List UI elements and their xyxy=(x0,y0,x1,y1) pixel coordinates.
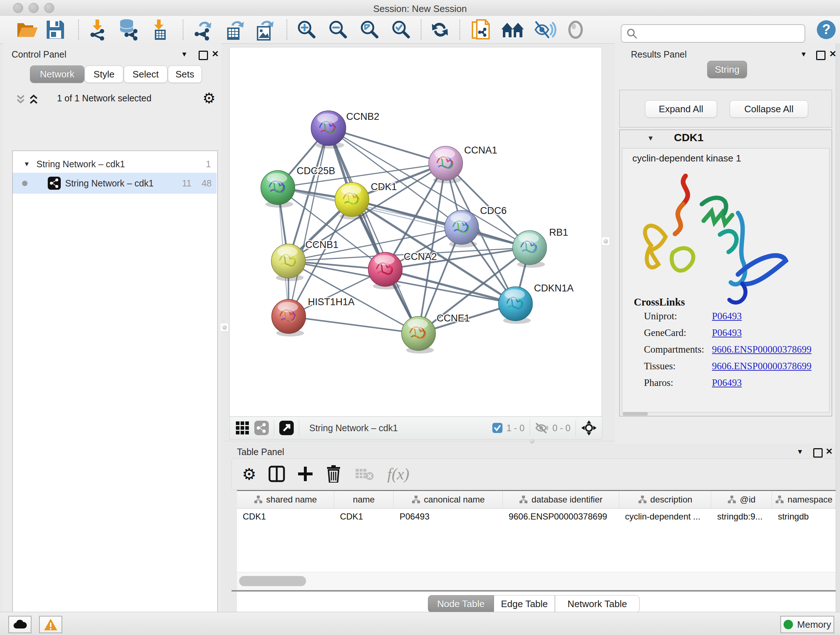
table-options-gear-icon[interactable]: ⚙ xyxy=(242,465,256,483)
float-panel-icon[interactable] xyxy=(813,448,823,458)
search-input[interactable] xyxy=(640,26,805,41)
open-session-icon[interactable] xyxy=(16,18,38,41)
column-header[interactable]: database identifier xyxy=(503,491,619,508)
cell-id[interactable]: stringdb:9... xyxy=(711,509,772,524)
cell-shared-name[interactable]: CDK1 xyxy=(237,509,334,524)
close-panel-icon[interactable]: ✕ xyxy=(826,447,833,456)
column-header[interactable]: description xyxy=(619,491,712,508)
control-panel-title: Control Panel xyxy=(11,49,66,60)
collapse-all-button[interactable]: Collapse All xyxy=(729,100,808,118)
cell-namespace[interactable]: stringdb xyxy=(772,509,836,524)
tab-sets[interactable]: Sets xyxy=(168,65,202,83)
node-CCNB2[interactable]: CCNB2 xyxy=(311,111,379,149)
export-table-icon[interactable] xyxy=(223,18,245,41)
save-session-icon[interactable] xyxy=(46,18,65,41)
network-thumbnail-icon[interactable] xyxy=(254,421,269,435)
table-hscrollbar-thumb[interactable] xyxy=(239,576,306,586)
apply-function-icon[interactable]: f(x) xyxy=(387,465,409,483)
expand-all-icon[interactable] xyxy=(29,94,38,105)
selected-nodes-checkbox-icon[interactable] xyxy=(492,423,503,433)
close-panel-icon[interactable]: ✕ xyxy=(212,50,219,58)
zoom-in-icon[interactable] xyxy=(296,18,317,41)
import-network-database-icon[interactable] xyxy=(117,18,140,41)
node-CDKN1A[interactable]: CDKN1A xyxy=(499,283,574,324)
hidden-nodes-eye-icon[interactable] xyxy=(535,423,549,433)
cloud-status-button[interactable] xyxy=(8,616,32,633)
add-column-icon[interactable] xyxy=(297,466,313,482)
results-hscrollbar-thumb[interactable] xyxy=(622,412,648,416)
compartments-link[interactable]: 9606.ENSP00000378699 xyxy=(712,344,812,355)
column-header[interactable]: canonical name xyxy=(393,491,503,508)
left-splitter-handle[interactable] xyxy=(220,323,229,332)
panel-menu-icon[interactable]: ▼ xyxy=(797,448,804,455)
export-network-icon[interactable] xyxy=(193,18,214,41)
search-bar[interactable] xyxy=(621,24,805,43)
column-header[interactable]: namespace xyxy=(772,491,836,508)
export-image-icon[interactable] xyxy=(253,18,275,41)
float-panel-icon[interactable] xyxy=(816,51,826,60)
node-CCNA1[interactable]: CCNA1 xyxy=(429,145,497,183)
node-CDC6[interactable]: CDC6 xyxy=(445,205,507,247)
cell-name[interactable]: CDK1 xyxy=(334,509,394,524)
node-CDC25B[interactable]: CDC25B xyxy=(261,165,335,207)
tab-select[interactable]: Select xyxy=(124,65,167,83)
tab-string[interactable]: String xyxy=(707,61,747,78)
import-table-icon[interactable] xyxy=(149,18,170,41)
uniprot-link[interactable]: P06493 xyxy=(712,310,742,322)
zoom-selected-icon[interactable] xyxy=(390,18,412,41)
right-splitter-handle[interactable] xyxy=(601,237,610,245)
pharos-link[interactable]: P06493 xyxy=(712,377,742,388)
tab-edge-table[interactable]: Edge Table xyxy=(494,595,555,613)
column-header[interactable]: shared name xyxy=(237,491,334,508)
delete-column-icon[interactable] xyxy=(326,465,341,483)
network-canvas[interactable]: CCNB2CCNA1CDC25BCDK1CDC6RB1CCNB1CCNA2CDK… xyxy=(229,47,602,417)
refresh-icon[interactable] xyxy=(430,18,450,41)
expand-all-button[interactable]: Expand All xyxy=(645,100,717,118)
column-type-icon xyxy=(775,495,784,504)
gene-detail-box: cyclin-dependent kinase 1 xyxy=(622,148,829,412)
show-graphics-details-icon[interactable] xyxy=(534,18,556,41)
node-HIST1H1A[interactable]: HIST1H1A xyxy=(272,296,355,336)
collection-expander-icon[interactable]: ▼ xyxy=(24,160,30,168)
detach-view-icon[interactable] xyxy=(279,421,294,435)
network-row-selected[interactable]: String Network – cdk1 11 48 xyxy=(13,173,217,194)
panel-menu-icon[interactable]: ▼ xyxy=(181,51,188,57)
gene-expander-icon[interactable]: ▼ xyxy=(647,134,654,142)
node-label-CCNB2: CCNB2 xyxy=(346,111,379,122)
help-icon[interactable]: ? xyxy=(816,18,837,41)
birdseye-view-icon[interactable] xyxy=(581,420,597,436)
column-header[interactable]: name xyxy=(334,491,394,508)
tab-network-table[interactable]: Network Table xyxy=(555,595,639,613)
tab-style[interactable]: Style xyxy=(85,65,123,83)
show-columns-icon[interactable] xyxy=(268,466,285,482)
table-row[interactable]: CDK1 CDK1 P06493 9606.ENSP00000378699 cy… xyxy=(237,509,836,524)
tissues-link[interactable]: 9606.ENSP00000378699 xyxy=(712,361,812,372)
cell-description[interactable]: cyclin-dependent ... xyxy=(619,509,712,524)
column-header[interactable]: @id xyxy=(711,491,772,508)
status-bar: Memory xyxy=(0,612,840,635)
panel-menu-icon[interactable]: ▼ xyxy=(800,51,807,57)
node-CCNE1[interactable]: CCNE1 xyxy=(401,313,470,353)
collapse-all-icon[interactable] xyxy=(16,94,25,105)
birdseye-eye-icon[interactable] xyxy=(565,18,586,41)
warning-status-button[interactable] xyxy=(39,616,62,633)
grid-view-icon[interactable] xyxy=(235,421,249,435)
import-network-file-icon[interactable] xyxy=(88,18,109,41)
home-icon[interactable] xyxy=(501,18,524,41)
tab-network[interactable]: Network xyxy=(30,65,84,83)
genecard-link[interactable]: P06493 xyxy=(712,327,742,339)
cell-database-identifier[interactable]: 9606.ENSP00000378699 xyxy=(503,509,619,524)
memory-button[interactable]: Memory xyxy=(780,616,834,633)
node-RB1[interactable]: RB1 xyxy=(513,227,568,268)
table-hscrollbar[interactable] xyxy=(237,572,836,591)
copy-style-icon[interactable] xyxy=(470,18,492,41)
network-options-gear-icon[interactable]: ⚙ xyxy=(202,90,216,106)
toolbar-separator xyxy=(459,19,460,40)
network-collection-row[interactable]: ▼ String Network – cdk1 1 xyxy=(13,155,217,173)
cell-canonical-name[interactable]: P06493 xyxy=(393,509,503,524)
zoom-out-icon[interactable] xyxy=(327,18,349,41)
tab-node-table[interactable]: Node Table xyxy=(428,595,494,613)
zoom-fit-icon[interactable] xyxy=(359,18,381,41)
delete-table-icon[interactable] xyxy=(355,467,374,480)
float-panel-icon[interactable] xyxy=(199,51,208,60)
